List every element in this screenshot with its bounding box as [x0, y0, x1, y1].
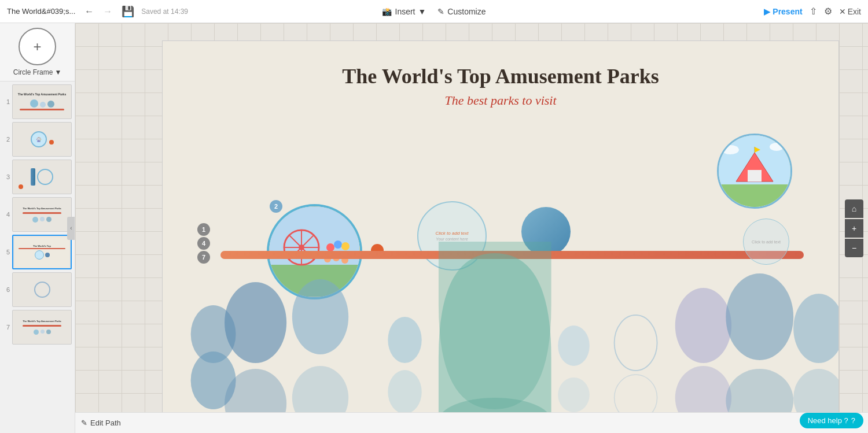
insert-button[interactable]: 📸 Insert ▼ — [382, 7, 426, 16]
slide-thumb-2[interactable]: 🎡 — [12, 122, 72, 157]
frame-dropdown-icon: ▼ — [54, 68, 61, 76]
slide-number-3: 3 — [3, 173, 10, 180]
slide-title: The World's Top Amusement Parks — [163, 64, 838, 88]
home-button[interactable]: ⌂ — [845, 199, 863, 218]
present-button[interactable]: ▶ Present — [764, 7, 802, 16]
svg-point-29 — [388, 317, 421, 363]
slide-number-7: 7 — [3, 324, 10, 331]
svg-rect-17 — [748, 170, 762, 182]
slide-list: 1 The World's Top Amusement Parks — [0, 82, 75, 347]
slide-item-4[interactable]: 4 The World's Top Amusement Parks — [3, 197, 72, 232]
slide-number-6: 6 — [3, 286, 10, 293]
svg-point-30 — [388, 370, 421, 414]
marker-1: 1 — [197, 223, 210, 236]
svg-rect-15 — [719, 184, 790, 207]
doc-title: The World&#039;s... — [7, 7, 75, 16]
sidebar: + Circle Frame ▼ 1 The World's Top Amuse… — [0, 23, 75, 433]
plus-icon: + — [33, 39, 41, 55]
sidebar-collapse-handle[interactable]: ‹ — [67, 217, 75, 240]
circle-right-top-park[interactable] — [717, 134, 792, 209]
main-layout: + Circle Frame ▼ 1 The World's Top Amuse… — [0, 23, 868, 433]
canvas-area: The World's Top Amusement Parks The best… — [75, 23, 868, 433]
insert-chevron-icon: ▼ — [418, 7, 426, 16]
slide-number-5: 5 — [3, 249, 10, 256]
customize-button[interactable]: ✎ Customize — [437, 7, 486, 16]
help-icon: ? — [851, 416, 855, 425]
slide-thumb-content-5: The World's Top — [13, 236, 71, 268]
slide-subtitle: The best parks to visit — [163, 93, 838, 108]
slide-item-3[interactable]: 3 — [3, 160, 72, 194]
slide-thumb-3[interactable] — [12, 160, 72, 194]
slide-thumb-6[interactable] — [12, 272, 72, 307]
slide-thumb-content-2: 🎡 — [13, 123, 71, 156]
slide-thumb-content-7: The World's Top Amusement Parks — [13, 310, 71, 344]
circle-frame-icon[interactable]: + — [19, 28, 56, 65]
toolbar: The World&#039;s... ← → 💾 Saved at 14:39… — [0, 0, 868, 23]
play-icon: ▶ — [764, 7, 770, 16]
undo-button[interactable]: ← — [82, 5, 96, 18]
slide-thumb-content-6 — [13, 273, 71, 306]
slide-number-2: 2 — [3, 136, 10, 143]
exit-button[interactable]: ✕ Exit — [839, 7, 861, 16]
slide-thumb-4[interactable]: The World's Top Amusement Parks — [12, 197, 72, 232]
slide-item-7[interactable]: 7 The World's Top Amusement Parks — [3, 310, 72, 345]
svg-point-34 — [558, 378, 590, 412]
slide-thumb-5[interactable]: The World's Top — [12, 235, 72, 269]
slide-thumb-content-1: The World's Top Amusement Parks — [13, 85, 71, 119]
bottom-bar: ✎ Edit Path — [75, 412, 868, 433]
slide-thumb-content-3 — [13, 160, 71, 194]
toolbar-right: ▶ Present ⇧ ⚙ ✕ Exit — [764, 6, 861, 17]
pencil-icon: ✎ — [437, 7, 444, 16]
bottom-shapes — [163, 242, 838, 421]
badge-2: 2 — [270, 200, 282, 213]
zoom-in-button[interactable]: + — [845, 219, 863, 238]
redo-button[interactable]: → — [101, 5, 115, 18]
circle-right-top-image — [719, 135, 790, 207]
slide-number-1: 1 — [3, 98, 10, 105]
svg-point-20 — [722, 145, 739, 154]
path-icon: ✎ — [81, 419, 87, 427]
svg-point-39 — [726, 273, 793, 360]
right-controls: ⌂ + − — [845, 199, 863, 257]
slide-item-6[interactable]: 6 — [3, 272, 72, 307]
frame-label[interactable]: Circle Frame ▼ — [13, 68, 62, 76]
need-help-button[interactable]: Need help ? ? — [800, 413, 863, 428]
svg-point-21 — [770, 143, 784, 151]
save-button[interactable]: 💾 — [119, 4, 137, 19]
svg-point-37 — [675, 288, 731, 363]
svg-point-35 — [615, 315, 657, 371]
svg-point-33 — [558, 325, 590, 366]
slide-thumb-1[interactable]: The World's Top Amusement Parks — [12, 84, 72, 119]
toolbar-center-actions: 📸 Insert ▼ ✎ Customize — [382, 7, 486, 16]
svg-point-25 — [225, 282, 286, 363]
settings-button[interactable]: ⚙ — [824, 6, 832, 17]
slide-thumb-7[interactable]: The World's Top Amusement Parks — [12, 310, 72, 345]
slide-item-2[interactable]: 2 🎡 — [3, 122, 72, 157]
slide-number-4: 4 — [3, 211, 10, 218]
slide-thumb-content-4: The World's Top Amusement Parks — [13, 198, 71, 231]
slide-item-1[interactable]: 1 The World's Top Amusement Parks — [3, 84, 72, 119]
saved-status: Saved at 14:39 — [141, 8, 188, 16]
template-icon: 📸 — [382, 7, 392, 16]
frame-selector[interactable]: + Circle Frame ▼ — [0, 23, 75, 82]
slide-content[interactable]: The World's Top Amusement Parks The best… — [162, 40, 839, 421]
svg-point-27 — [292, 279, 348, 354]
edit-path-button[interactable]: ✎ Edit Path — [81, 419, 121, 427]
zoom-out-button[interactable]: − — [845, 239, 863, 257]
share-button[interactable]: ⇧ — [810, 6, 817, 17]
slide-item-5[interactable]: 5 The World's Top — [3, 235, 72, 269]
svg-point-41 — [793, 294, 838, 363]
close-icon: ✕ — [839, 7, 846, 16]
